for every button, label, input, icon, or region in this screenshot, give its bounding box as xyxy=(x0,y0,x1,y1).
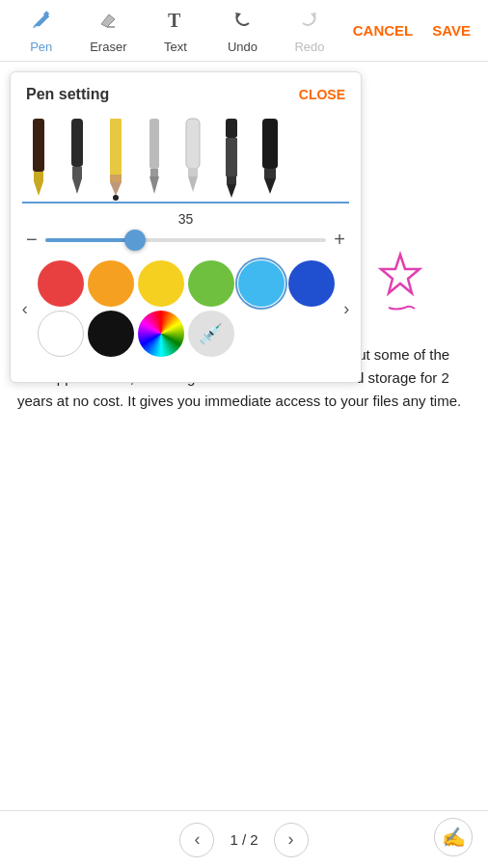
slider-row: − + xyxy=(11,229,361,251)
prev-page-button[interactable]: ‹ xyxy=(179,823,214,857)
undo-label: Undo xyxy=(228,40,258,54)
pen-icon xyxy=(29,7,54,38)
color-green[interactable] xyxy=(188,260,234,307)
bottom-nav: ‹ 1 / 2 › ✍ xyxy=(0,810,488,868)
redo-label: Redo xyxy=(294,40,324,54)
redo-icon xyxy=(297,7,322,38)
color-yellow[interactable] xyxy=(138,260,184,307)
page-separator: / xyxy=(242,831,250,848)
svg-rect-15 xyxy=(149,119,159,169)
svg-rect-22 xyxy=(226,138,237,176)
pen-setting-title: Pen setting xyxy=(26,86,109,103)
eraser-icon xyxy=(95,7,121,38)
pen-type-1[interactable] xyxy=(20,117,57,202)
svg-rect-25 xyxy=(262,119,278,169)
color-red[interactable] xyxy=(38,260,84,307)
eyedropper-button[interactable]: 💉 xyxy=(188,311,234,357)
pen-type-3[interactable] xyxy=(97,117,134,202)
svg-marker-17 xyxy=(149,176,159,194)
svg-rect-23 xyxy=(227,176,236,184)
color-grid-container: ‹ 💉 › xyxy=(11,251,361,366)
color-cyan[interactable] xyxy=(238,260,285,307)
pen-types-row xyxy=(11,113,361,202)
svg-rect-11 xyxy=(110,119,122,176)
eyedropper-icon: 💉 xyxy=(199,322,223,345)
svg-rect-9 xyxy=(72,167,82,178)
pen-type-5[interactable] xyxy=(175,117,211,202)
eraser-tool[interactable]: Eraser xyxy=(75,0,143,62)
next-page-button[interactable]: › xyxy=(274,823,309,857)
svg-rect-5 xyxy=(33,119,44,172)
redo-tool[interactable]: Redo xyxy=(276,0,343,62)
handwriting-icon: ✍ xyxy=(442,826,466,849)
prev-page-icon: ‹ xyxy=(194,829,200,850)
pen-underline xyxy=(22,202,349,203)
next-page-icon: › xyxy=(288,829,294,850)
slider-increase-button[interactable]: + xyxy=(334,229,345,251)
pen-type-7[interactable] xyxy=(252,117,288,202)
pen-type-4[interactable] xyxy=(136,117,173,202)
pen-type-2[interactable] xyxy=(59,117,95,202)
undo-tool[interactable]: Undo xyxy=(209,0,277,62)
save-button[interactable]: SAVE xyxy=(422,22,480,39)
svg-marker-7 xyxy=(34,181,43,196)
color-orange[interactable] xyxy=(88,260,134,307)
color-black[interactable] xyxy=(88,311,134,357)
svg-rect-19 xyxy=(188,169,198,176)
text-label: Text xyxy=(164,40,187,54)
svg-point-14 xyxy=(113,195,119,201)
toolbar: Pen Eraser T Text Undo xyxy=(0,0,488,62)
handwriting-button[interactable]: ✍ xyxy=(434,818,473,856)
slider-value: 35 xyxy=(11,211,361,227)
svg-marker-20 xyxy=(188,176,198,192)
slider-number: 35 xyxy=(178,211,194,227)
color-blue[interactable] xyxy=(288,260,335,307)
undo-icon xyxy=(230,7,255,38)
svg-rect-26 xyxy=(264,169,276,178)
slider-fill xyxy=(45,238,135,242)
svg-marker-10 xyxy=(72,178,82,194)
slider-thumb[interactable] xyxy=(124,230,146,251)
svg-rect-16 xyxy=(150,169,158,176)
svg-rect-12 xyxy=(110,175,122,182)
svg-rect-6 xyxy=(34,172,43,181)
svg-marker-13 xyxy=(110,182,122,196)
page-indicator: 1 / 2 xyxy=(230,831,258,848)
color-multicolor[interactable] xyxy=(138,311,184,357)
svg-marker-24 xyxy=(227,184,236,198)
pen-label: Pen xyxy=(30,40,52,54)
color-grid: 💉 xyxy=(36,258,337,359)
page-current: 1 xyxy=(230,831,237,848)
svg-rect-8 xyxy=(71,119,83,167)
svg-rect-21 xyxy=(226,119,237,138)
page-total: 2 xyxy=(250,831,258,848)
close-button[interactable]: CLOSE xyxy=(299,87,345,102)
text-tool[interactable]: T Text xyxy=(142,0,209,62)
pen-setting-panel: Pen setting CLOSE xyxy=(10,71,362,383)
eraser-label: Eraser xyxy=(90,40,126,54)
pen-tool[interactable]: Pen xyxy=(8,0,75,62)
slider-decrease-button[interactable]: − xyxy=(26,229,38,251)
pen-setting-header: Pen setting CLOSE xyxy=(11,72,361,113)
svg-text:T: T xyxy=(168,10,181,31)
text-icon: T xyxy=(163,7,188,38)
pen-type-6[interactable] xyxy=(213,117,250,202)
color-next-button[interactable]: › xyxy=(337,295,358,322)
cancel-button[interactable]: CANCEL xyxy=(343,22,423,39)
color-white[interactable] xyxy=(38,311,84,357)
svg-rect-18 xyxy=(186,119,200,169)
color-prev-button[interactable]: ‹ xyxy=(14,295,36,322)
slider-track[interactable] xyxy=(45,238,327,242)
svg-marker-27 xyxy=(264,178,276,194)
